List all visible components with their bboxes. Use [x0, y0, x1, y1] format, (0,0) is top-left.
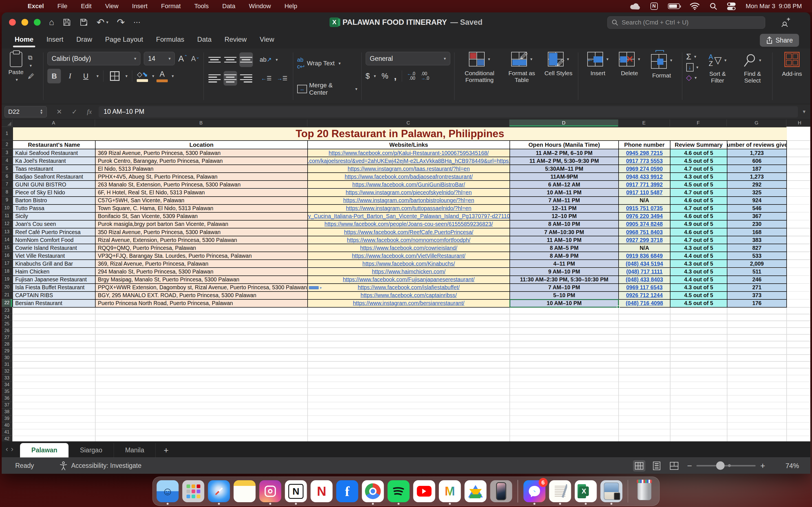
column-header-B[interactable]: B	[95, 119, 307, 127]
merge-center-button[interactable]: ↔ Merge & Center▾	[297, 81, 357, 97]
row-header-34[interactable]: 34	[2, 382, 12, 388]
dock-app-launchpad[interactable]	[183, 480, 204, 502]
row-header-19[interactable]: 19	[2, 276, 12, 283]
menubar-clock[interactable]: Mon Mar 3 9:08 PM	[746, 3, 802, 10]
phone-link[interactable]: 0919 836 6849	[626, 252, 663, 259]
row-header-13[interactable]: 13	[2, 228, 12, 236]
normal-view-icon[interactable]	[633, 460, 645, 471]
ribbon-tab-review[interactable]: Review	[224, 36, 247, 45]
row-header-18[interactable]: 18	[2, 268, 12, 276]
align-bottom-icon[interactable]	[239, 52, 253, 67]
cell-rating[interactable]: 4.3 out of 5	[670, 244, 727, 252]
row-header-38[interactable]: 38	[2, 409, 12, 415]
cell-rating[interactable]: 4.7 out of 5	[670, 236, 727, 244]
cell-link[interactable]: 978449&url=https://www.instagram.com/kaj…	[308, 157, 510, 165]
ribbon-tab-formulas[interactable]: Formulas	[156, 36, 185, 45]
dock-app-gmail[interactable]: M	[439, 480, 461, 502]
cell-name[interactable]: Kinabuchs Grill and Bar	[13, 260, 96, 268]
column-headers[interactable]: ABCDEFGH	[2, 119, 810, 127]
redo-icon[interactable]: ↷	[117, 17, 125, 28]
row-header-39[interactable]: 39	[2, 415, 12, 422]
cell-reviews[interactable]: 187	[727, 165, 787, 173]
dock-app-spotify[interactable]	[388, 480, 410, 502]
cell-name[interactable]: Badjao Seafront Restaurant	[13, 173, 96, 181]
dock-app-safari[interactable]	[208, 480, 230, 502]
control-center-icon[interactable]	[727, 3, 735, 10]
website-link[interactable]: https://www.facebook.com/Fujisanjapanese…	[343, 276, 474, 283]
cell-rating[interactable]: 4.6 out of 5	[670, 213, 727, 221]
cell-hours[interactable]: 10 AM–11 PM	[510, 189, 619, 197]
row-header-10[interactable]: 10	[2, 204, 12, 212]
row-header-16[interactable]: 16	[2, 251, 12, 260]
phone-link[interactable]: 0945 298 7215	[626, 150, 663, 156]
formula-input[interactable]: 10 AM–10 PM	[99, 106, 798, 117]
cell-link[interactable]: g1370797-d27110748-Reviews-Sicily_Cucina…	[308, 213, 510, 221]
ribbon-tab-data[interactable]: Data	[197, 36, 212, 45]
website-link[interactable]: https://www.facebook.com/islafiestabuffe…	[358, 284, 460, 291]
cell-location[interactable]: 294 Manalo St, Puerto Princesa, 5300 Pal…	[96, 268, 308, 276]
fill-handle[interactable]	[617, 305, 620, 308]
row-header-24[interactable]: 24	[2, 314, 12, 321]
paste-button[interactable]: Paste ▾	[4, 52, 28, 101]
cell-rating[interactable]: 4.7 out of 5	[670, 165, 727, 173]
cell-phone[interactable]: 0969 274 0590	[619, 165, 670, 173]
align-left-icon[interactable]	[208, 71, 221, 86]
cell-rating[interactable]: 4.9 out of 5	[670, 221, 727, 228]
zoom-slider-knob[interactable]	[716, 461, 725, 470]
dock-app-textedit[interactable]	[549, 480, 571, 502]
align-center-icon[interactable]	[223, 71, 237, 86]
phone-link[interactable]: 0927 299 3718	[626, 237, 663, 243]
menu-item-format[interactable]: Format	[154, 3, 188, 10]
search-input[interactable]: Search (Cmd + Ctrl + U)	[607, 16, 765, 29]
cell-location[interactable]: BGY, 295 MANALO EXT. ROAD, Puerto Prince…	[96, 292, 308, 300]
cell-hours[interactable]: 12–11 PM	[510, 205, 619, 213]
row-header-12[interactable]: 12	[2, 220, 12, 228]
row-header-30[interactable]: 30	[2, 354, 12, 361]
accessibility-status[interactable]: Accessibility: Investigate	[59, 461, 141, 470]
website-link[interactable]: https://www.facebook.com/ReefCafe.Puerto…	[344, 229, 473, 235]
cell-location[interactable]: Rizal Avenue, Extension, Puerto Princesa…	[96, 236, 308, 244]
cell-location[interactable]: Brgy Masipag, Manalo St, Puerto Princesa…	[96, 276, 308, 284]
cell-name[interactable]: Ka Joel's Restaurant	[13, 157, 96, 165]
menu-item-window[interactable]: Window	[242, 3, 278, 10]
website-link[interactable]: https://www.facebook.com/people/Joans-co…	[324, 221, 493, 227]
menu-item-tools[interactable]: Tools	[188, 3, 215, 10]
row-header-37[interactable]: 37	[2, 402, 12, 409]
cell-location[interactable]: 6F, H Hotel, Real St, El Nido, 5313 Pala…	[96, 189, 308, 197]
phone-link[interactable]: 0915 751 0735	[626, 205, 663, 212]
sheet-tab-siargao[interactable]: Siargao	[68, 443, 114, 457]
comma-button[interactable]: ,	[394, 71, 396, 82]
phone-link[interactable]: 0969 117 6543	[626, 284, 663, 291]
website-link[interactable]: https://www.instagram.com/tuttopassaelni…	[346, 205, 471, 212]
cell-phone[interactable]: (048) 434 5194	[619, 260, 670, 268]
row-header-9[interactable]: 9	[2, 196, 12, 204]
cell-reviews[interactable]: 230	[727, 221, 787, 228]
cell-hours[interactable]: 5–10 PM	[510, 292, 619, 300]
cell-reviews[interactable]: 246	[727, 276, 787, 284]
formula-bar-expand-icon[interactable]: ▼	[802, 109, 806, 114]
zoom-percentage[interactable]: 74%	[774, 462, 799, 470]
cell-phone[interactable]: 0926 712 1244	[619, 292, 670, 300]
battery-icon[interactable]	[668, 3, 680, 9]
bold-button[interactable]: B	[47, 69, 61, 83]
cell-hours[interactable]: 5:30AM–11 PM	[510, 165, 619, 173]
cell-rating[interactable]: 4.5 out of 5	[670, 300, 727, 307]
website-link[interactable]: https://www.facebook.com/badjaoseafrontr…	[345, 173, 472, 180]
copy-button[interactable]: ⧉ ▾	[28, 54, 38, 69]
row-header-40[interactable]: 40	[2, 422, 12, 429]
cell-phone[interactable]: 0945 298 7215	[619, 149, 670, 157]
row-header-26[interactable]: 26	[2, 327, 12, 334]
wifi-icon[interactable]	[690, 3, 700, 10]
cell-name[interactable]: Tutto Passa	[13, 205, 96, 213]
column-header-H[interactable]: H	[786, 119, 810, 127]
cell-location[interactable]: El Nido, 5313 Palawan	[96, 165, 308, 173]
dock-app-instagram[interactable]	[259, 480, 282, 502]
row-header-7[interactable]: 7	[2, 180, 12, 188]
row-header-17[interactable]: 17	[2, 260, 12, 267]
cell-link[interactable]: https://www.instagram.com/bartonbistrolo…	[308, 197, 510, 205]
cell-link[interactable]: https://www.facebook.com/captainribss/	[308, 292, 510, 300]
autofill-options-icon[interactable]: ▼	[309, 286, 322, 290]
row-header-2[interactable]: 2	[2, 140, 12, 149]
cell-link[interactable]: https://www.instagram.com/tuttopassaelni…	[308, 205, 510, 213]
cell-link[interactable]: https://www.facebook.com/ReefCafe.Puerto…	[308, 228, 510, 236]
